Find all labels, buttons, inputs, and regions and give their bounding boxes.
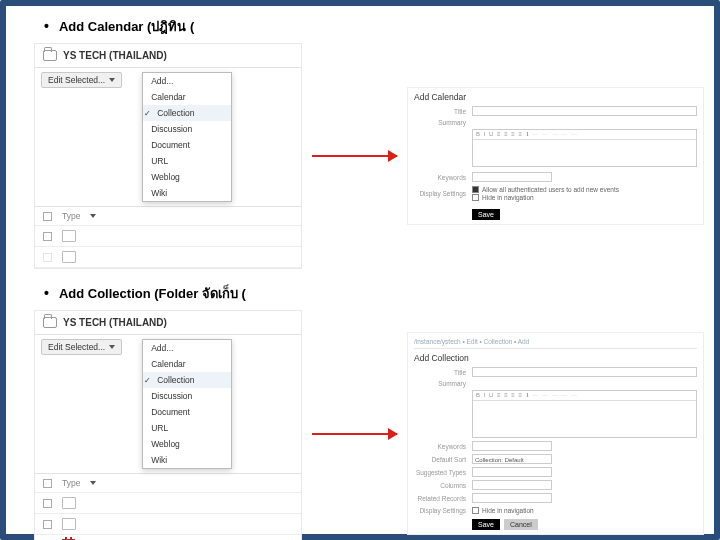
document-icon — [62, 230, 76, 242]
chevron-down-icon — [109, 345, 115, 349]
keywords-input[interactable] — [472, 441, 552, 451]
heading-text: Add Collection (Folder จัดเก็บ ( — [59, 283, 246, 304]
document-icon — [62, 518, 76, 530]
menu-item-wiki[interactable]: Wiki — [151, 455, 167, 465]
sort-icon[interactable] — [90, 214, 96, 218]
screenshot-form-add-collection: /instance/ystech • Edit • Collection • A… — [407, 332, 704, 535]
menu-item-document[interactable]: Document — [151, 407, 190, 417]
section-heading-collection: • Add Collection (Folder จัดเก็บ ( — [44, 283, 704, 304]
keywords-input[interactable] — [472, 172, 552, 182]
form-title: Add Calendar — [414, 92, 697, 102]
label-default-sort: Default Sort — [414, 456, 466, 463]
menu-item-add[interactable]: Add... — [151, 76, 173, 86]
menu-item-calendar[interactable]: Calendar — [151, 92, 186, 102]
label-columns: Columns — [414, 482, 466, 489]
checkbox-label: Allow all authenticated users to add new… — [482, 186, 619, 193]
label-keywords: Keywords — [414, 443, 466, 450]
folder-icon — [43, 317, 57, 328]
document-icon — [62, 497, 76, 509]
checkbox[interactable] — [43, 479, 52, 488]
rich-text-editor[interactable] — [472, 390, 697, 438]
column-header-type: Type — [62, 478, 80, 488]
save-button[interactable]: Save — [472, 209, 500, 220]
bullet-dot: • — [44, 18, 49, 34]
add-menu[interactable]: Add... Calendar Collection Discussion Do… — [142, 339, 232, 469]
folder-title: YS TECH (THAILAND) — [63, 317, 167, 328]
menu-item-wiki[interactable]: Wiki — [151, 188, 167, 198]
bullet-dot: • — [44, 285, 49, 301]
label-summary: Summary — [414, 380, 466, 387]
menu-item-discussion[interactable]: Discussion — [151, 124, 192, 134]
cancel-button[interactable]: Cancel — [504, 519, 538, 530]
label-suggested: Suggested Types — [414, 469, 466, 476]
screenshot-dropdown-calendar: YS TECH (THAILAND) Edit Selected... Add.… — [34, 43, 302, 269]
checkbox[interactable] — [43, 212, 52, 221]
menu-item-document[interactable]: Document — [151, 140, 190, 150]
label-display: Display Settings — [414, 190, 466, 197]
label-title: Title — [414, 108, 466, 115]
checkbox[interactable] — [472, 186, 479, 193]
folder-icon — [43, 50, 57, 61]
breadcrumb: /instance/ystech • Edit • Collection • A… — [414, 337, 697, 349]
edit-selected-button[interactable]: Edit Selected... — [41, 339, 122, 355]
section-heading-calendar: • Add Calendar (ปฎิทิน ( — [44, 16, 704, 37]
label-title: Title — [414, 369, 466, 376]
add-menu[interactable]: Add... Calendar Collection Discussion Do… — [142, 72, 232, 202]
checkbox[interactable] — [472, 507, 479, 514]
menu-item-weblog[interactable]: Weblog — [151, 172, 180, 182]
checkbox[interactable] — [43, 253, 52, 262]
suggested-select[interactable] — [472, 467, 552, 477]
checkbox-label: Hide in navigation — [482, 194, 534, 201]
menu-item-discussion[interactable]: Discussion — [151, 391, 192, 401]
arrow-icon — [312, 433, 397, 435]
rich-text-editor[interactable] — [472, 129, 697, 167]
label-display: Display Settings — [414, 507, 466, 514]
chevron-down-icon — [109, 78, 115, 82]
sort-icon[interactable] — [90, 481, 96, 485]
checkbox[interactable] — [43, 232, 52, 241]
checkbox-label: Hide in navigation — [482, 507, 534, 514]
default-sort-select[interactable]: Collection: Default — [472, 454, 552, 464]
screenshot-dropdown-collection: YS TECH (THAILAND) Edit Selected... Add.… — [34, 310, 302, 540]
label-related: Related Records — [414, 495, 466, 502]
menu-item-add[interactable]: Add... — [151, 343, 173, 353]
document-icon — [62, 251, 76, 263]
screenshot-form-add-calendar: Add Calendar Title Summary Keywords Disp… — [407, 87, 704, 225]
menu-item-url[interactable]: URL — [151, 156, 168, 166]
column-header-type: Type — [62, 211, 80, 221]
heading-text: Add Calendar (ปฎิทิน ( — [59, 16, 194, 37]
menu-item-calendar[interactable]: Calendar — [151, 359, 186, 369]
menu-item-collection[interactable]: Collection — [157, 375, 194, 385]
folder-title: YS TECH (THAILAND) — [63, 50, 167, 61]
related-input[interactable] — [472, 493, 552, 503]
form-title: Add Collection — [414, 353, 697, 363]
title-input[interactable] — [472, 106, 697, 116]
menu-item-collection[interactable]: Collection — [157, 108, 194, 118]
label-summary: Summary — [414, 119, 466, 126]
menu-item-url[interactable]: URL — [151, 423, 168, 433]
menu-item-weblog[interactable]: Weblog — [151, 439, 180, 449]
save-button[interactable]: Save — [472, 519, 500, 530]
edit-selected-button[interactable]: Edit Selected... — [41, 72, 122, 88]
arrow-icon — [312, 155, 397, 157]
checkbox[interactable] — [43, 499, 52, 508]
label-keywords: Keywords — [414, 174, 466, 181]
checkbox[interactable] — [43, 520, 52, 529]
checkbox[interactable] — [472, 194, 479, 201]
columns-select[interactable] — [472, 480, 552, 490]
title-input[interactable] — [472, 367, 697, 377]
